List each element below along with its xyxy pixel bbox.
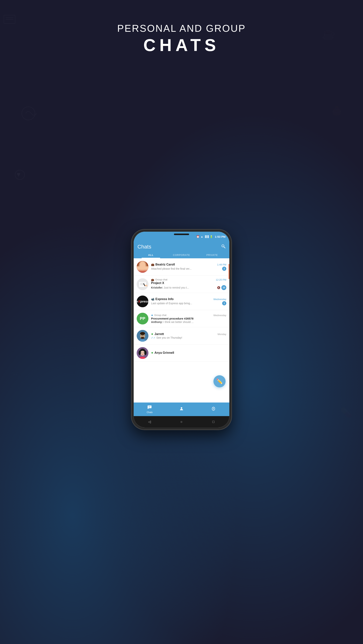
svg-rect-0	[4, 15, 15, 24]
chat-content-express: 📹 Express Info Wednesday Last update of …	[151, 298, 226, 305]
video-icon-express: 📹	[151, 298, 154, 301]
chat-preview-beatriz: Attached please find the final ver...	[151, 267, 221, 270]
svg-point-3	[22, 107, 35, 120]
tab-private[interactable]: PRIVATE	[197, 251, 227, 258]
chat-content-procurement: Group chat Wednesday Procurement procedu…	[151, 314, 226, 324]
chat-item-jarrett[interactable]: Jarrett Monday ✓✓ See you on Thursday!	[134, 327, 229, 344]
svg-point-37	[140, 351, 145, 356]
online-dot-jarrett	[151, 333, 153, 335]
avatar-procurement: PP	[137, 313, 148, 324]
svg-point-47	[213, 408, 214, 409]
chat-preview-express: Last update of Express app bring...	[151, 302, 221, 305]
nav-chats[interactable]: Chats	[134, 405, 166, 414]
chat-content-jarrett: Jarrett Monday ✓✓ See you on Thursday!	[151, 332, 226, 339]
chat-name-jarrett: Jarrett	[154, 332, 164, 336]
svg-rect-21	[139, 282, 146, 287]
group-label-procurement: Group chat	[154, 314, 166, 316]
chat-name-beatriz: Beatriz Caroll	[155, 263, 175, 266]
phone-screen: ⏰ ▲ ▐▐▐ 🔋 1:53 PM Chats	[134, 232, 229, 428]
nav-chats-label: Chats	[147, 411, 153, 414]
svg-point-16	[144, 264, 147, 270]
avatar-project	[137, 278, 148, 290]
svg-text:🎮: 🎮	[10, 369, 21, 380]
phone-speaker	[174, 234, 189, 235]
chat-time-procurement: Wednesday	[213, 314, 226, 317]
avatar-beatriz	[137, 261, 148, 273]
svg-point-29	[140, 332, 145, 335]
chat-name-procurement: Procurement procedure #26578	[151, 317, 193, 320]
badge-beatriz: 2	[222, 267, 226, 271]
nav-contacts[interactable]	[166, 406, 198, 412]
tab-all[interactable]: ALL	[136, 251, 166, 258]
briefcase-icon-projectx: 💼	[151, 278, 154, 281]
status-icons: ⏰ ▲ ▐▐▐ 🔋 1:53 PM	[196, 235, 226, 238]
svg-point-46	[181, 407, 182, 409]
page-title-area: PERSONAL AND GROUP CHATS	[117, 23, 246, 55]
page-title: CHATS	[117, 36, 246, 55]
chat-content-beatriz: 💼 Beatriz Caroll 1:49 PM Attached please…	[151, 263, 226, 271]
nav-settings[interactable]	[197, 406, 229, 412]
svg-text:☕: ☕	[321, 27, 335, 41]
svg-point-12	[137, 261, 148, 273]
chat-item-procurement[interactable]: PP Group chat Wednesday Procurement proc…	[134, 310, 229, 327]
status-time: 1:53 PM	[215, 235, 226, 238]
bottom-nav: Chats	[134, 402, 229, 416]
wifi-icon: ▲	[201, 235, 203, 238]
chat-item-beatriz[interactable]: 💼 Beatriz Caroll 1:49 PM Attached please…	[134, 258, 229, 276]
avatar-anya	[137, 347, 148, 359]
tab-corporate[interactable]: CORPORATE	[166, 251, 197, 258]
page-subtitle: PERSONAL AND GROUP	[117, 23, 246, 34]
phone-outer: ⏰ ▲ ▐▐▐ 🔋 1:53 PM Chats	[131, 230, 232, 430]
svg-point-38	[139, 350, 141, 355]
chat-name-projectx: Project X	[151, 281, 164, 285]
home-button[interactable]: ○	[178, 418, 185, 426]
chat-content-projectx: 💼 Group chat 12:20 PM Project X Kristofe…	[151, 278, 226, 290]
svg-point-39	[144, 350, 147, 355]
app-header-title: Chats	[137, 244, 151, 250]
tab-bar: ALL CORPORATE PRIVATE	[134, 251, 229, 258]
chat-list: 💼 Beatriz Caroll 1:49 PM Attached please…	[134, 258, 229, 402]
chat-item-express[interactable]: eXpress 📹 Express Info Wednesday La	[134, 293, 229, 310]
double-check-jarrett: ✓✓	[151, 336, 156, 339]
alarm-icon: ⏰	[196, 235, 199, 238]
scroll-indicator	[229, 264, 229, 279]
badge-projectx: 10	[221, 285, 226, 290]
express-logo: eXpress	[137, 300, 148, 303]
chat-preview-jarrett: See you on Thursday!	[156, 336, 182, 339]
svg-text:💊: 💊	[340, 407, 352, 418]
svg-text:♥: ♥	[17, 172, 20, 177]
recents-button[interactable]: □	[210, 418, 217, 426]
svg-point-18	[143, 266, 144, 267]
compose-icon: ✏️	[216, 378, 223, 384]
chat-name-express: Express Info	[155, 298, 174, 301]
chat-item-projectx[interactable]: 💼 Group chat 12:20 PM Project X Kristofe…	[134, 276, 229, 293]
avatar-express: eXpress	[137, 296, 148, 307]
group-label-projectx: Group chat	[155, 278, 167, 281]
chat-time-jarrett: Monday	[218, 333, 226, 336]
contacts-nav-icon	[179, 406, 184, 412]
svg-point-33	[141, 337, 144, 339]
settings-nav-icon	[211, 406, 216, 412]
mute-icon-projectx: 🔇	[217, 286, 220, 289]
svg-point-41	[143, 352, 144, 353]
chat-item-anya[interactable]: Anya Grinnell	[134, 344, 229, 362]
status-bar: ⏰ ▲ ▐▐▐ 🔋 1:53 PM	[134, 232, 229, 242]
phone-mockup: ⏰ ▲ ▐▐▐ 🔋 1:53 PM Chats	[131, 230, 232, 430]
chat-time-express: Wednesday	[213, 298, 226, 301]
signal-icon: ▐▐▐	[204, 235, 209, 238]
avatar-jarrett	[137, 330, 148, 342]
compose-fab[interactable]: ✏️	[213, 375, 226, 388]
search-button[interactable]	[221, 244, 226, 250]
battery-icon: 🔋	[210, 235, 213, 238]
svg-point-14	[140, 264, 145, 270]
svg-point-15	[138, 264, 141, 270]
app-header: Chats	[134, 242, 229, 251]
svg-text:🎂: 🎂	[331, 104, 343, 116]
svg-rect-26	[145, 285, 147, 286]
chat-preview-projectx: Kristofer: Just to remind you t...	[151, 286, 216, 289]
back-button[interactable]: ◁	[146, 418, 153, 426]
chats-nav-icon	[147, 405, 152, 411]
briefcase-icon-beatriz: 💼	[151, 263, 154, 266]
chat-time-beatriz: 1:49 PM	[217, 263, 226, 266]
svg-point-19	[140, 270, 146, 273]
